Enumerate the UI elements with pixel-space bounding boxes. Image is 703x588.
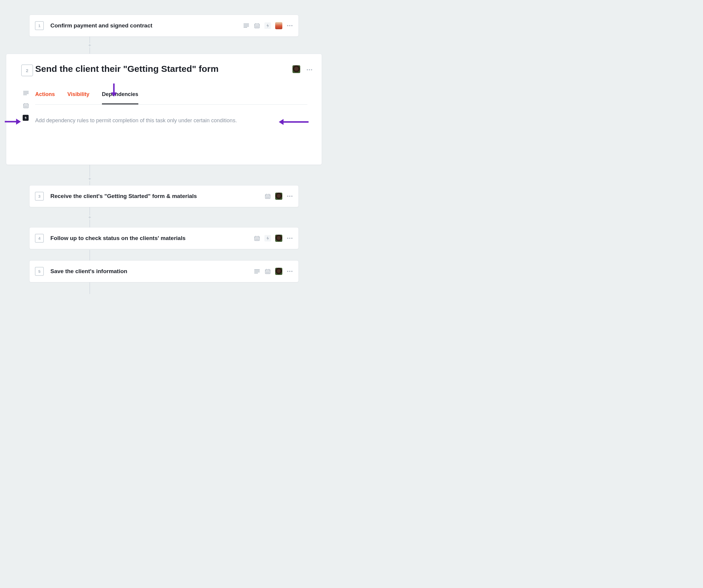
assignee-avatar[interactable] (275, 22, 282, 29)
svg-point-70 (268, 272, 269, 272)
assignee-avatar[interactable] (293, 65, 300, 73)
svg-point-71 (266, 273, 266, 273)
task-title: Send the client their "Getting Started" … (35, 64, 286, 74)
task-title: Save the client's information (51, 268, 254, 275)
task-card-expanded: 2 Send the client their "Getting Started… (6, 54, 322, 165)
svg-point-28 (24, 106, 25, 106)
svg-point-45 (289, 196, 290, 197)
task-number-badge: 4 (35, 234, 44, 243)
svg-point-69 (267, 272, 268, 272)
more-options-icon[interactable] (287, 22, 293, 29)
annotation-arrow-down-icon (110, 83, 118, 97)
svg-point-51 (255, 238, 256, 239)
annotation-arrow-right-icon (5, 118, 21, 125)
calendar-icon[interactable] (264, 268, 271, 275)
tab-visibility[interactable]: Visibility (67, 91, 89, 104)
automation-icon[interactable] (264, 22, 271, 29)
task-card[interactable]: 1 Confirm payment and signed contract (29, 15, 299, 37)
svg-point-73 (268, 273, 269, 273)
svg-point-76 (291, 271, 293, 272)
description-icon[interactable] (254, 268, 260, 275)
svg-point-33 (27, 107, 27, 107)
task-card[interactable]: 4 Follow up to check status on the clien… (29, 227, 299, 249)
svg-point-46 (291, 196, 293, 197)
svg-point-57 (287, 238, 288, 239)
calendar-icon[interactable] (264, 193, 271, 200)
svg-point-31 (24, 107, 25, 107)
svg-point-11 (255, 27, 256, 27)
calendar-icon[interactable] (254, 22, 260, 29)
add-task-between-icon[interactable]: + (88, 177, 92, 181)
calendar-icon[interactable] (254, 235, 260, 241)
connector-line (89, 165, 90, 185)
svg-point-68 (266, 272, 266, 272)
svg-point-39 (267, 197, 268, 197)
add-task-between-icon[interactable]: + (88, 43, 92, 48)
svg-point-10 (258, 26, 258, 26)
svg-point-30 (27, 106, 27, 106)
task-title: Confirm payment and signed contract (51, 22, 243, 29)
assignee-avatar[interactable] (275, 268, 282, 275)
svg-point-55 (257, 239, 257, 240)
svg-point-13 (258, 27, 258, 27)
task-title: Receive the client's "Getting Started" f… (51, 193, 264, 200)
dependencies-help-text: Add dependency rules to permit completio… (35, 118, 307, 124)
svg-point-12 (257, 27, 257, 27)
task-number-badge: 1 (35, 21, 44, 30)
connector-line (89, 282, 90, 294)
connector-line (89, 249, 90, 260)
tab-actions[interactable]: Actions (35, 91, 55, 104)
task-card[interactable]: 5 Save the client's information (29, 260, 299, 282)
task-title: Follow up to check status on the clients… (51, 235, 254, 241)
svg-point-54 (255, 239, 256, 240)
svg-point-17 (307, 69, 308, 70)
annotation-arrow-left-icon (279, 119, 309, 126)
task-number-badge: 2 (21, 64, 33, 76)
more-options-icon[interactable] (287, 235, 293, 241)
svg-point-8 (255, 26, 256, 26)
assignee-avatar[interactable] (275, 193, 282, 200)
description-icon[interactable] (243, 22, 249, 29)
add-task-between-icon[interactable]: + (88, 215, 92, 219)
svg-point-9 (257, 26, 257, 26)
svg-point-52 (257, 238, 257, 239)
automation-icon-active[interactable] (23, 115, 28, 121)
svg-point-15 (289, 25, 290, 26)
assignee-avatar[interactable] (275, 235, 282, 242)
svg-point-41 (266, 197, 266, 198)
svg-point-44 (287, 196, 288, 197)
svg-point-53 (258, 238, 258, 239)
tab-dependencies[interactable]: Dependencies (102, 91, 138, 104)
task-tabs: Actions Visibility Dependencies (35, 91, 307, 105)
svg-point-42 (267, 197, 268, 198)
svg-point-16 (291, 25, 293, 26)
more-options-icon[interactable] (287, 193, 293, 200)
svg-point-56 (258, 239, 258, 240)
description-icon[interactable] (23, 90, 29, 96)
svg-point-72 (267, 273, 268, 273)
svg-point-74 (287, 271, 288, 272)
task-number-badge: 3 (35, 192, 44, 201)
svg-point-40 (268, 197, 269, 197)
automation-icon[interactable] (264, 235, 271, 241)
more-options-icon[interactable] (287, 268, 293, 275)
svg-point-75 (289, 271, 290, 272)
svg-point-14 (287, 25, 288, 26)
svg-point-18 (309, 69, 310, 70)
svg-point-58 (289, 238, 290, 239)
task-number-badge: 5 (35, 267, 44, 276)
svg-point-43 (268, 197, 269, 198)
svg-point-19 (311, 69, 312, 70)
calendar-icon[interactable] (23, 102, 29, 109)
svg-point-59 (291, 238, 293, 239)
task-card[interactable]: 3 Receive the client's "Getting Started"… (29, 185, 299, 207)
more-options-icon[interactable] (306, 67, 313, 73)
svg-point-38 (266, 197, 266, 197)
